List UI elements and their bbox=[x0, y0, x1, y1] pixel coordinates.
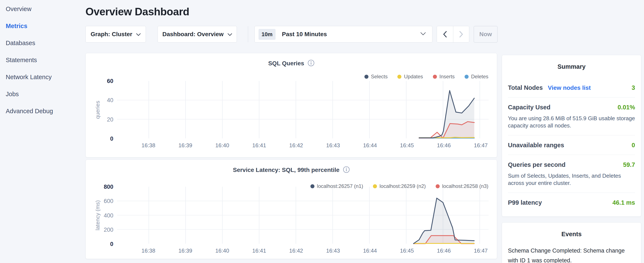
chevron-down-icon bbox=[136, 31, 141, 38]
x-axis-tick: 16:43 bbox=[316, 247, 350, 254]
x-axis-tick: 16:47 bbox=[464, 142, 498, 149]
y-axis-tick: 800 bbox=[94, 184, 113, 190]
summary-row-capacity-used: Capacity Used 0.01% You are using 28.6 M… bbox=[508, 97, 635, 135]
legend-item-selects[interactable]: Selects bbox=[364, 74, 388, 80]
service-latency-plot[interactable] bbox=[86, 160, 497, 259]
x-axis-tick: 16:46 bbox=[427, 142, 461, 149]
capacity-used-label: Capacity Used bbox=[508, 104, 550, 111]
summary-panel: Summary Total Nodes View nodes list 3 Ca… bbox=[502, 55, 641, 217]
legend-dot-icon bbox=[397, 75, 402, 79]
chevron-right-icon bbox=[459, 31, 464, 38]
summary-row-p99-latency: P99 latency 46.1 ms bbox=[508, 193, 635, 212]
now-button[interactable]: Now bbox=[474, 26, 498, 43]
x-axis-tick: 16:38 bbox=[132, 142, 166, 149]
legend-label: Deletes bbox=[471, 74, 488, 80]
legend-dot-icon bbox=[436, 184, 440, 188]
legend-item-localhost-26259-n2-[interactable]: localhost:26259 (n2) bbox=[373, 183, 426, 189]
summary-title: Summary bbox=[508, 55, 635, 70]
legend-label: localhost:26258 (n3) bbox=[442, 183, 488, 189]
sidebar-item-jobs[interactable]: Jobs bbox=[6, 89, 85, 106]
time-range-label: Past 10 Minutes bbox=[282, 31, 420, 38]
view-nodes-list-link[interactable]: View nodes list bbox=[548, 85, 591, 91]
sidebar-item-metrics[interactable]: Metrics bbox=[6, 21, 85, 38]
queries-per-second-desc: Sum of Selects, Updates, Inserts, and De… bbox=[508, 172, 635, 187]
x-axis-tick: 16:39 bbox=[168, 142, 202, 149]
unavailable-ranges-label: Unavailable ranges bbox=[508, 142, 564, 149]
events-panel: Events Schema Change Completed: Schema c… bbox=[502, 222, 641, 263]
x-axis-tick: 16:45 bbox=[390, 247, 424, 254]
x-axis-tick: 16:40 bbox=[205, 247, 239, 254]
x-axis-tick: 16:45 bbox=[390, 142, 424, 149]
time-forward-button[interactable] bbox=[453, 26, 469, 42]
y-axis-tick: 60 bbox=[94, 78, 113, 85]
time-pager bbox=[437, 26, 469, 43]
sidebar-item-overview[interactable]: Overview bbox=[6, 4, 85, 21]
summary-row-total-nodes: Total Nodes View nodes list 3 bbox=[508, 78, 635, 97]
capacity-used-value: 0.01% bbox=[618, 104, 635, 111]
queries-per-second-label: Queries per second bbox=[508, 161, 566, 168]
x-axis-tick: 16:38 bbox=[132, 247, 166, 254]
p99-latency-value: 46.1 ms bbox=[612, 199, 635, 206]
legend-label: Updates bbox=[404, 74, 423, 80]
y-axis-tick: 0 bbox=[94, 241, 113, 247]
legend-dot-icon bbox=[373, 184, 377, 188]
sidebar-item-network-latency[interactable]: Network Latency bbox=[6, 72, 85, 89]
chevron-down-icon bbox=[228, 31, 232, 38]
sidebar-item-advanced-debug[interactable]: Advanced Debug bbox=[6, 106, 85, 123]
summary-row-queries-per-second: Queries per second 59.7 Sum of Selects, … bbox=[508, 155, 635, 193]
x-axis-tick: 16:41 bbox=[242, 142, 276, 149]
x-axis-tick: 16:39 bbox=[168, 247, 202, 254]
y-axis-tick: 400 bbox=[94, 212, 113, 219]
page-title: Overview Dashboard bbox=[86, 6, 498, 18]
sql-queries-chart-card: SQL Queries SelectsUpdatesInsertsDeletes… bbox=[86, 53, 497, 157]
legend-dot-icon bbox=[464, 75, 468, 79]
x-axis-tick: 16:44 bbox=[353, 247, 387, 254]
y-axis-tick: 200 bbox=[94, 227, 113, 233]
legend-label: Inserts bbox=[440, 74, 455, 80]
sql-queries-plot[interactable] bbox=[86, 53, 497, 157]
time-back-button[interactable] bbox=[437, 26, 453, 42]
legend-label: Selects bbox=[371, 74, 388, 80]
dashboard-dropdown-label: Dashboard: Overview bbox=[162, 31, 224, 38]
sidebar: OverviewMetricsDatabasesStatementsNetwor… bbox=[0, 0, 85, 263]
time-range-badge: 10m bbox=[258, 29, 276, 40]
capacity-used-desc: You are using 28.6 MiB of 515.9 GiB usab… bbox=[508, 115, 635, 129]
sidebar-item-databases[interactable]: Databases bbox=[6, 38, 85, 55]
event-list-item[interactable]: Schema Change Completed: Schema change w… bbox=[508, 246, 635, 263]
x-axis-tick: 16:41 bbox=[242, 247, 276, 254]
legend-dot-icon bbox=[310, 184, 314, 188]
legend-item-localhost-26258-n3-[interactable]: localhost:26258 (n3) bbox=[436, 183, 488, 189]
right-sidebar: Summary Total Nodes View nodes list 3 Ca… bbox=[502, 0, 641, 263]
time-range-picker[interactable]: 10m Past 10 Minutes bbox=[254, 26, 432, 43]
chart-legend: localhost:26257 (n1)localhost:26259 (n2)… bbox=[310, 183, 488, 189]
x-axis-tick: 16:40 bbox=[205, 142, 239, 149]
x-axis-tick: 16:47 bbox=[464, 247, 498, 254]
x-axis-tick: 16:46 bbox=[427, 247, 461, 254]
legend-dot-icon bbox=[364, 75, 368, 79]
x-axis-tick: 16:43 bbox=[316, 142, 350, 149]
legend-label: localhost:26257 (n1) bbox=[317, 183, 363, 189]
service-latency-chart-card: Service Latency: SQL, 99th percentile lo… bbox=[86, 160, 497, 259]
summary-row-unavailable-ranges: Unavailable ranges 0 bbox=[508, 135, 635, 155]
sidebar-item-statements[interactable]: Statements bbox=[6, 55, 85, 72]
legend-item-deletes[interactable]: Deletes bbox=[464, 74, 488, 80]
y-axis-tick: 600 bbox=[94, 198, 113, 204]
unavailable-ranges-value: 0 bbox=[632, 142, 635, 149]
x-axis-tick: 16:44 bbox=[353, 142, 387, 149]
legend-item-localhost-26257-n1-[interactable]: localhost:26257 (n1) bbox=[310, 183, 363, 189]
events-title: Events bbox=[508, 222, 635, 238]
graph-dropdown-label: Graph: Cluster bbox=[90, 31, 132, 38]
legend-label: localhost:26259 (n2) bbox=[380, 183, 426, 189]
chevron-down-icon bbox=[420, 32, 426, 36]
total-nodes-value: 3 bbox=[632, 84, 635, 91]
y-axis-tick: 40 bbox=[94, 97, 113, 104]
main-content: Overview Dashboard Graph: Cluster Dashbo… bbox=[85, 0, 498, 259]
dashboard-dropdown[interactable]: Dashboard: Overview bbox=[158, 26, 237, 43]
legend-item-updates[interactable]: Updates bbox=[397, 74, 423, 80]
y-axis-tick: 20 bbox=[94, 116, 113, 123]
x-axis-tick: 16:42 bbox=[279, 247, 313, 254]
p99-latency-label: P99 latency bbox=[508, 199, 542, 206]
legend-item-inserts[interactable]: Inserts bbox=[433, 74, 455, 80]
x-axis-tick: 16:42 bbox=[279, 142, 313, 149]
graph-dropdown[interactable]: Graph: Cluster bbox=[86, 26, 146, 43]
